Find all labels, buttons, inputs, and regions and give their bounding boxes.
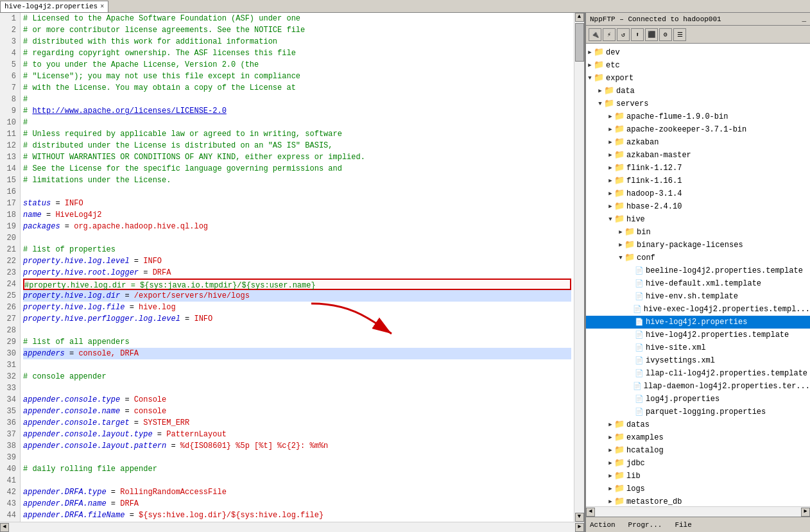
tree-item-etc[interactable]: ▶📁etc <box>586 59 810 72</box>
editor-hscrollbar[interactable]: ◄ ► <box>0 522 584 532</box>
tree-item-label: hive-env.sh.template <box>646 291 738 302</box>
line-number-1: 1 <box>4 13 16 24</box>
line-number-22: 22 <box>4 255 16 267</box>
tree-item-servers[interactable]: ▼📁servers <box>586 98 810 110</box>
tree-item-label: flink-1.16.1 <box>626 175 682 187</box>
tree-item-apache-zookeeper[interactable]: ▶📁apache-zookeeper-3.7.1-bin <box>586 123 810 136</box>
list-icon[interactable]: ☰ <box>673 28 686 41</box>
line-number-39: 39 <box>4 452 16 463</box>
tree-item-label: hadoop-3.1.4 <box>626 188 682 200</box>
code-line-44: appender.DRFA.fileName = ${sys:hive.log.… <box>23 510 571 521</box>
line-number-30: 30 <box>4 348 16 359</box>
tree-item-hive-log4j2[interactable]: 📄hive-log4j2.properties <box>586 316 810 329</box>
tree-item-label: azkaban <box>626 137 659 148</box>
code-line-34: appender.console.type = Console <box>23 394 571 406</box>
tree-item-label: hbase-2.4.10 <box>626 201 682 212</box>
line-number-41: 41 <box>4 475 16 486</box>
tree-item-hive-default[interactable]: 📄hive-default.xml.template <box>586 277 810 290</box>
tree-item-datas[interactable]: ▶📁datas <box>586 418 810 431</box>
tree-item-label: log4j.properties <box>646 393 720 405</box>
tree-item-binary-pkg[interactable]: ▶📁binary-package-licenses <box>586 239 810 252</box>
line-number-29: 29 <box>4 336 16 348</box>
code-line-20 <box>23 232 571 244</box>
tree-item-hive-exec-log4j2[interactable]: 📄hive-exec-log4j2.properties.templ... <box>586 303 810 316</box>
tree-item-llap-daemon[interactable]: 📄llap-daemon-log4j2.properties.ter... <box>586 380 810 393</box>
code-line-4: # regarding copyright ownership. The ASF… <box>23 47 571 59</box>
ftp-progress-tab[interactable]: Progr... <box>628 521 662 529</box>
tree-item-hadoop-314[interactable]: ▶📁hadoop-3.1.4 <box>586 187 810 200</box>
line-number-32: 32 <box>4 371 16 382</box>
code-line-1: # Licensed to the Apache Software Founda… <box>23 13 571 24</box>
tree-item-jdbc[interactable]: ▶📁jdbc <box>586 457 810 470</box>
code-line-17: status = INFO <box>23 198 571 209</box>
tree-item-apache-flume[interactable]: ▶📁apache-flume-1.9.0-bin <box>586 110 810 123</box>
tree-item-hive-log4j2-tmpl[interactable]: 📄hive-log4j2.properties.template <box>586 329 810 341</box>
code-line-31 <box>23 359 571 371</box>
line-number-12: 12 <box>4 140 16 151</box>
tree-item-conf[interactable]: ▼📁conf <box>586 252 810 264</box>
tree-item-flink-1127[interactable]: ▶📁flink-1.12.7 <box>586 162 810 175</box>
tree-item-hbase-240[interactable]: ▶📁hbase-2.4.10 <box>586 200 810 213</box>
tree-item-data[interactable]: ▶📁data <box>586 85 810 98</box>
code-line-10: # <box>23 117 571 128</box>
title-bar: hive-log4j2.properties × <box>0 0 810 13</box>
tab-close-icon[interactable]: × <box>100 3 104 10</box>
tree-item-hive-env[interactable]: 📄hive-env.sh.template <box>586 290 810 303</box>
tree-item-label: flink-1.12.7 <box>626 162 682 174</box>
line-number-17: 17 <box>4 198 16 209</box>
tree-item-azkaban-master[interactable]: ▶📁azkaban-master <box>586 149 810 162</box>
code-area[interactable]: # Licensed to the Apache Software Founda… <box>21 13 574 522</box>
settings-icon[interactable]: ⚙ <box>659 28 672 41</box>
tree-item-label: logs <box>626 483 645 495</box>
tree-item-parquet[interactable]: 📄parquet-logging.properties <box>586 406 810 418</box>
tree-item-hive-site[interactable]: 📄hive-site.xml <box>586 341 810 354</box>
code-line-7: # with the License. You may obtain a cop… <box>23 82 571 94</box>
line-number-38: 38 <box>4 440 16 452</box>
connect-icon[interactable]: 🔌 <box>589 28 601 41</box>
tree-item-metastore-db[interactable]: ▶📁metastore_db <box>586 495 810 506</box>
ftp-hscrollbar[interactable]: ◄ ► <box>586 506 810 517</box>
line-number-26: 26 <box>4 302 16 313</box>
line-number-27: 27 <box>4 313 16 325</box>
tree-item-examples[interactable]: ▶📁examples <box>586 431 810 444</box>
tree-item-azkaban[interactable]: ▶📁azkaban <box>586 136 810 149</box>
tree-item-hive[interactable]: ▼📁hive <box>586 213 810 226</box>
tree-item-log4j[interactable]: 📄log4j.properties <box>586 393 810 406</box>
line-number-37: 37 <box>4 429 16 440</box>
tree-item-bin[interactable]: ▶📁bin <box>586 226 810 239</box>
line-number-40: 40 <box>4 463 16 475</box>
code-line-13: # WITHOUT WARRANTIES OR CONDITIONS OF AN… <box>23 151 571 163</box>
tree-item-label: bin <box>637 227 651 238</box>
tree-item-dev[interactable]: ▶📁dev <box>586 46 810 59</box>
refresh-icon[interactable]: ↺ <box>617 28 630 41</box>
editor-scrollbar[interactable]: ▲ ▼ <box>574 13 584 522</box>
code-line-42: appender.DRFA.type = RollingRandomAccess… <box>23 486 571 498</box>
code-line-32: # console appender <box>23 371 571 382</box>
tree-item-flink-1161[interactable]: ▶📁flink-1.16.1 <box>586 175 810 187</box>
code-line-9: # http://www.apache.org/licenses/LICENSE… <box>23 105 571 117</box>
tree-item-label: apache-flume-1.9.0-bin <box>626 111 728 123</box>
editor-tab[interactable]: hive-log4j2.properties × <box>0 1 108 12</box>
tree-item-logs[interactable]: ▶📁logs <box>586 483 810 495</box>
tree-item-beeline-log4j2[interactable]: 📄beeline-log4j2.properties.template <box>586 264 810 277</box>
code-line-33 <box>23 382 571 394</box>
ftp-tree[interactable]: ▶📁dev▶📁etc▼📁export▶📁data▼📁servers▶📁apach… <box>586 44 810 506</box>
tree-item-label: hive-exec-log4j2.properties.templ... <box>644 304 810 315</box>
line-number-3: 3 <box>4 36 16 47</box>
tree-item-hcatalog[interactable]: ▶📁hcatalog <box>586 444 810 457</box>
line-number-7: 7 <box>4 82 16 94</box>
tree-item-export[interactable]: ▼📁export <box>586 72 810 85</box>
upload-icon[interactable]: ⬆ <box>631 28 644 41</box>
code-line-2: # or more contributor license agreements… <box>23 24 571 36</box>
tree-item-label: beeline-log4j2.properties.template <box>646 265 803 277</box>
ftp-action-tab[interactable]: Action <box>590 521 616 529</box>
tree-item-ivysettings[interactable]: 📄ivysettings.xml <box>586 354 810 367</box>
ftp-window-controls[interactable]: _ <box>802 15 806 23</box>
disconnect-icon[interactable]: ⚡ <box>603 28 616 41</box>
tree-item-lib[interactable]: ▶📁lib <box>586 470 810 483</box>
stop-icon[interactable]: ⬛ <box>645 28 658 41</box>
tree-item-label: llap-cli-log4j2.properties.template <box>646 368 807 379</box>
tree-item-llap-cli[interactable]: 📄llap-cli-log4j2.properties.template <box>586 367 810 380</box>
code-line-21: # list of properties <box>23 244 571 255</box>
ftp-file-tab[interactable]: File <box>675 521 691 529</box>
